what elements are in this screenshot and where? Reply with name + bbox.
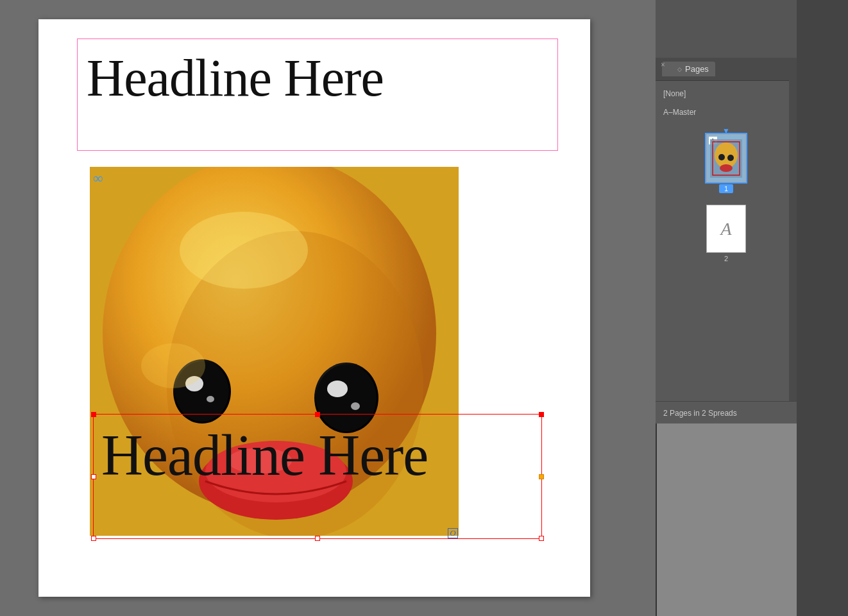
master-section-label[interactable]: A–Master — [663, 101, 789, 120]
headline-duck-text: Headline Here — [101, 422, 428, 488]
svg-point-19 — [727, 155, 734, 161]
handle-bottom-left[interactable] — [91, 536, 96, 541]
pages-tab-label: Pages — [685, 64, 709, 74]
page1-thumbnail[interactable]: A — [706, 134, 746, 182]
svg-point-15 — [141, 343, 205, 388]
pages-panel-footer: 2 Pages in 2 Spreads — [656, 401, 797, 424]
pages-panel-header: × ◇ Pages — [656, 58, 797, 81]
panel-scrollbar[interactable] — [789, 80, 797, 420]
svg-point-14 — [180, 212, 308, 289]
page2-thumbnail[interactable]: A — [706, 205, 746, 253]
pages-panel: × ◇ Pages [None] A–Master ▼ A — [656, 58, 797, 424]
pages-in-spreads-text: 2 Pages in 2 Spreads — [663, 409, 737, 418]
pages-tab[interactable]: ◇ Pages — [662, 62, 715, 76]
svg-point-18 — [718, 154, 725, 160]
page1-thumbnail-container: ▼ A 1 — [663, 125, 789, 193]
handle-top-center[interactable] — [315, 412, 320, 417]
handle-bottom-center[interactable] — [315, 536, 320, 541]
close-panel-button[interactable]: × — [656, 58, 667, 69]
handle-bottom-right[interactable] — [539, 536, 544, 541]
page2-thumbnail-container: A 2 — [663, 198, 789, 262]
none-section-label[interactable]: [None] — [663, 86, 789, 101]
svg-point-10 — [351, 402, 360, 410]
page1-label: 1 — [719, 184, 733, 193]
handle-mid-right[interactable] — [539, 474, 544, 479]
handle-top-right[interactable] — [539, 412, 544, 417]
svg-point-6 — [207, 396, 214, 402]
handle-top-left[interactable] — [91, 412, 96, 417]
pages-panel-body: [None] A–Master ▼ A — [656, 81, 797, 273]
headline-top-text: Headline Here — [87, 48, 384, 108]
right-strip — [797, 0, 848, 616]
handle-mid-left[interactable] — [91, 474, 96, 479]
link-chain-icon: ∞ — [93, 170, 103, 187]
page2-label: 2 — [724, 255, 728, 262]
text-overflow-indicator: O — [448, 528, 458, 538]
pages-tab-diamond-icon: ◇ — [677, 66, 682, 73]
svg-point-9 — [327, 381, 348, 397]
svg-point-20 — [720, 164, 733, 172]
